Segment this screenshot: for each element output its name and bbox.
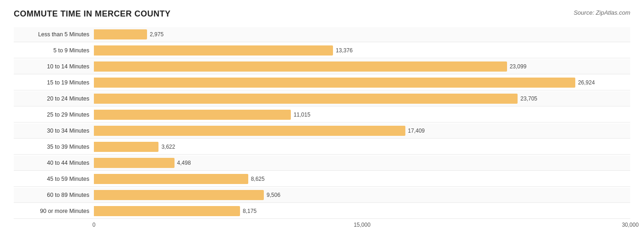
bar-fill: 23,705 [94,94,518,104]
bar-label: 10 to 14 Minutes [14,63,94,70]
bar-container: 8,625 [94,174,630,184]
bar-row: 5 to 9 Minutes13,376 [14,43,630,58]
bar-fill: 26,924 [94,78,575,88]
bar-label: 30 to 34 Minutes [14,128,94,134]
bar-container: 23,099 [94,61,630,72]
bar-value-label: 4,498 [177,160,191,166]
bar-label: 5 to 9 Minutes [14,47,94,54]
bar-fill: 13,376 [94,45,333,56]
bar-fill: 8,175 [94,206,240,216]
bar-value-label: 26,924 [578,79,595,86]
bar-row: 30 to 34 Minutes17,409 [14,123,630,139]
bar-fill: 4,498 [94,158,175,168]
bar-row: 20 to 24 Minutes23,705 [14,91,630,106]
bar-container: 13,376 [94,45,630,56]
bar-row: 25 to 29 Minutes11,015 [14,107,630,123]
bar-label: 25 to 29 Minutes [14,112,94,118]
bar-row: 60 to 89 Minutes9,506 [14,188,630,203]
bar-row: 35 to 39 Minutes3,622 [14,140,630,155]
bar-value-label: 8,175 [243,208,257,214]
bar-row: 90 or more Minutes8,175 [14,204,630,219]
bar-value-label: 3,622 [161,144,175,150]
bar-value-label: 23,705 [520,95,537,102]
source-label: Source: ZipAtlas.com [573,9,630,16]
bar-value-label: 17,409 [408,128,425,134]
bar-fill: 8,625 [94,174,248,184]
bar-row: 15 to 19 Minutes26,924 [14,75,630,90]
bar-container: 11,015 [94,110,630,120]
bar-label: 15 to 19 Minutes [14,79,94,86]
bar-label: 40 to 44 Minutes [14,160,94,166]
chart-title: COMMUTE TIME IN MERCER COUNTY [14,9,171,19]
bar-fill: 9,506 [94,190,264,200]
bar-value-label: 13,376 [336,47,353,54]
bar-fill: 2,975 [94,29,147,39]
bar-container: 3,622 [94,142,630,152]
x-axis: 015,00030,000 [14,222,630,231]
bar-label: 20 to 24 Minutes [14,95,94,102]
bar-row: 45 to 59 Minutes8,625 [14,172,630,187]
x-axis-tick: 30,000 [622,222,639,228]
bar-container: 26,924 [94,78,630,88]
bar-value-label: 2,975 [150,31,164,38]
bar-row: 40 to 44 Minutes4,498 [14,156,630,171]
chart-area: Less than 5 Minutes2,9755 to 9 Minutes13… [14,27,630,231]
bar-label: 60 to 89 Minutes [14,192,94,198]
bar-fill: 3,622 [94,142,158,152]
bar-label: 35 to 39 Minutes [14,144,94,150]
bar-label: 45 to 59 Minutes [14,176,94,182]
x-axis-tick: 15,000 [354,222,371,228]
bar-container: 9,506 [94,190,630,200]
bar-container: 8,175 [94,206,630,216]
bar-row: 10 to 14 Minutes23,099 [14,59,630,74]
bar-label: 90 or more Minutes [14,208,94,214]
bar-container: 23,705 [94,94,630,104]
bar-value-label: 8,625 [251,176,265,182]
bar-container: 17,409 [94,126,630,136]
bar-value-label: 11,015 [294,112,311,118]
bar-value-label: 23,099 [510,63,527,70]
bar-fill: 11,015 [94,110,291,120]
bar-label: Less than 5 Minutes [14,31,94,38]
x-axis-tick: 0 [93,222,96,228]
bar-fill: 23,099 [94,61,507,72]
bar-row: Less than 5 Minutes2,975 [14,27,630,42]
bar-fill: 17,409 [94,126,405,136]
chart-header: COMMUTE TIME IN MERCER COUNTY Source: Zi… [14,9,630,19]
bar-container: 2,975 [94,29,630,39]
bar-value-label: 9,506 [267,192,280,198]
bar-container: 4,498 [94,158,630,168]
x-axis-inner: 015,00030,000 [94,222,630,231]
bar-rows: Less than 5 Minutes2,9755 to 9 Minutes13… [14,27,630,219]
